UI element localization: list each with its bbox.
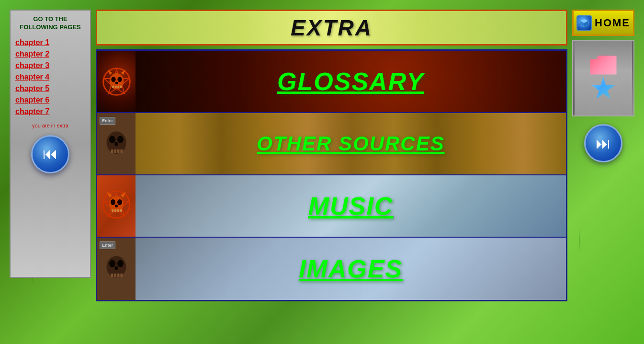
prev-button[interactable] [31, 135, 69, 173]
images-enter-badge: Enter [100, 241, 115, 249]
other-sources-icon-area: Enter [97, 113, 136, 174]
cube-icon [579, 18, 589, 28]
svg-point-25 [115, 205, 118, 207]
chapter-3-link[interactable]: chapter 3 [15, 61, 85, 70]
svg-rect-8 [117, 85, 119, 88]
home-label: HOME [595, 17, 630, 29]
left-sidebar: GO TO THE FOLLOWING PAGES chapter 1 chap… [10, 10, 91, 278]
other-sources-menu-item[interactable]: Enter OTHER SOURCES [97, 113, 566, 175]
images-icon-area: Enter [97, 238, 136, 300]
svg-rect-18 [117, 149, 120, 153]
svg-rect-7 [114, 85, 116, 88]
other-sources-label-area: OTHER SOURCES [136, 113, 566, 174]
home-button[interactable]: HOME [572, 10, 634, 36]
svg-rect-19 [120, 149, 123, 153]
images-label-area: IMAGES [136, 238, 566, 300]
images-skull-icon [102, 252, 131, 286]
music-menu-item[interactable]: MUSIC [97, 175, 566, 238]
svg-rect-36 [111, 274, 113, 277]
svg-point-34 [117, 260, 124, 267]
home-cube-icon [576, 15, 592, 31]
chapter-4-link[interactable]: chapter 4 [15, 73, 85, 81]
folder-icon [590, 56, 617, 75]
chapter-6-link[interactable]: chapter 6 [15, 96, 85, 104]
music-icon-area [97, 175, 136, 237]
images-label: IMAGES [299, 254, 403, 283]
main-content: EXTRA [96, 10, 567, 301]
next-button[interactable] [584, 124, 622, 162]
chapter-2-link[interactable]: chapter 2 [15, 50, 85, 58]
glossary-menu-item[interactable]: GLOSSARY [97, 51, 566, 113]
glossary-label-area: GLOSSARY [136, 51, 566, 112]
right-sidebar: HOME [572, 10, 634, 162]
svg-rect-27 [114, 209, 116, 212]
current-location-text: you are in extra [32, 123, 68, 128]
folder-star-decoration [575, 41, 632, 115]
other-sources-skull-icon [102, 127, 131, 161]
star-icon [591, 77, 615, 101]
music-skull-icon [101, 189, 132, 223]
svg-rect-37 [114, 274, 116, 277]
menu-container: GLOSSARY Enter [96, 49, 567, 301]
sidebar-title: GO TO THE FOLLOWING PAGES [15, 15, 85, 32]
other-sources-enter-badge: Enter [100, 117, 115, 125]
svg-rect-6 [112, 85, 114, 88]
images-menu-item[interactable]: Enter IMAGES [97, 238, 566, 300]
svg-point-4 [117, 77, 122, 82]
right-decorative-box [572, 40, 634, 116]
svg-rect-39 [120, 274, 123, 277]
glossary-label: GLOSSARY [277, 67, 424, 96]
svg-point-23 [111, 199, 115, 205]
chapter-1-link[interactable]: chapter 1 [15, 38, 85, 47]
extra-banner: EXTRA [96, 10, 567, 46]
svg-point-5 [115, 81, 118, 84]
other-sources-label: OTHER SOURCES [257, 132, 444, 155]
chapter-5-link[interactable]: chapter 5 [15, 84, 85, 93]
svg-point-3 [111, 77, 115, 82]
svg-point-33 [109, 260, 115, 267]
svg-point-15 [114, 142, 118, 146]
svg-point-13 [109, 136, 115, 143]
glossary-icon-area [97, 51, 136, 112]
svg-rect-16 [111, 149, 113, 153]
glossary-skull-pentagram-icon [101, 66, 132, 97]
chapter-7-link[interactable]: chapter 7 [15, 107, 85, 116]
svg-rect-26 [112, 209, 113, 212]
svg-point-35 [114, 266, 118, 270]
svg-rect-17 [114, 149, 116, 153]
svg-point-14 [117, 136, 124, 143]
music-label-area: MUSIC [136, 175, 566, 237]
svg-rect-9 [120, 85, 122, 88]
svg-rect-38 [117, 274, 120, 277]
extra-title: EXTRA [291, 15, 373, 41]
svg-rect-28 [117, 209, 119, 212]
music-label: MUSIC [308, 192, 394, 220]
svg-rect-29 [120, 209, 122, 212]
svg-point-24 [117, 199, 122, 205]
